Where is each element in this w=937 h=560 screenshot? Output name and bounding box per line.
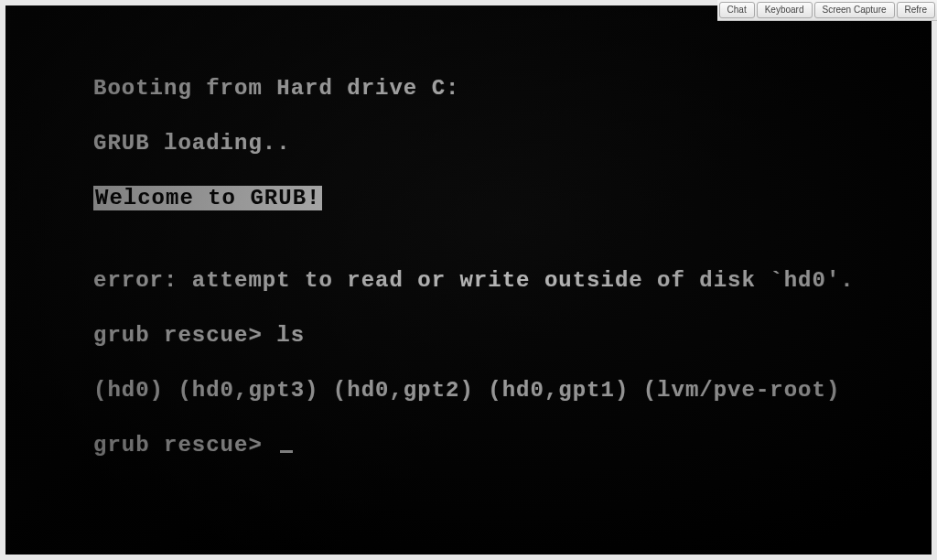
boot-line-2: GRUB loading.. — [93, 130, 895, 157]
error-line: error: attempt to read or write outside … — [93, 267, 895, 295]
welcome-banner: Welcome to GRUB! — [93, 186, 322, 210]
keyboard-button[interactable]: Keyboard — [757, 2, 813, 18]
boot-line-1: Booting from Hard drive C: — [93, 75, 895, 102]
kvm-window: Chat Keyboard Screen Capture Refre Booti… — [0, 0, 937, 560]
ls-output: (hd0) (hd0,gpt3) (hd0,gpt2) (hd0,gpt1) (… — [93, 377, 895, 404]
boot-line-3-inverted: Welcome to GRUB! — [93, 185, 895, 212]
top-toolbar: Chat Keyboard Screen Capture Refre — [717, 0, 937, 21]
command-ls: ls — [276, 323, 305, 348]
console-screen[interactable]: Booting from Hard drive C: GRUB loading.… — [5, 5, 932, 555]
screen-capture-button[interactable]: Screen Capture — [814, 2, 895, 18]
refresh-button[interactable]: Refre — [897, 2, 935, 18]
chat-button[interactable]: Chat — [719, 2, 755, 18]
prompt-line-2[interactable]: grub rescue> — [93, 432, 895, 459]
prompt-2: grub rescue> — [93, 433, 276, 458]
terminal-output: Booting from Hard drive C: GRUB loading.… — [93, 48, 895, 514]
prompt-1: grub rescue> — [93, 323, 276, 348]
cursor-icon — [280, 450, 293, 453]
prompt-line-1: grub rescue> ls — [93, 322, 895, 350]
